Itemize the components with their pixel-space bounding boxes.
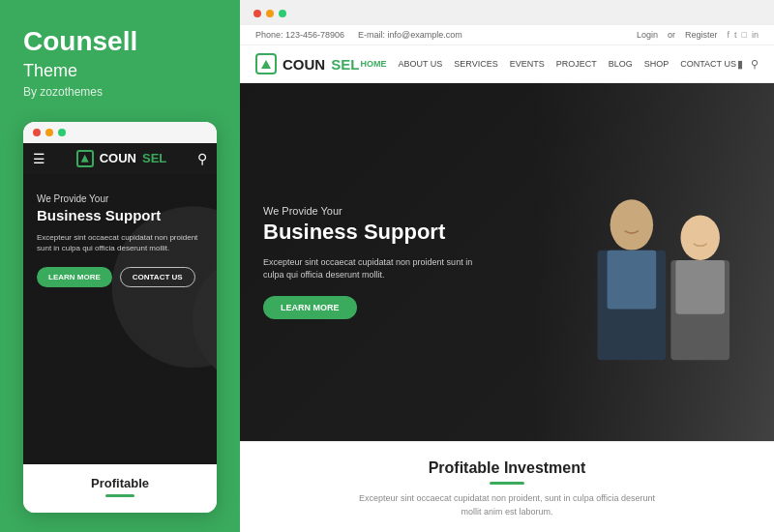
mobile-learn-more-button[interactable]: LEARN MORE: [37, 267, 112, 287]
svg-point-3: [681, 215, 720, 260]
mobile-contact-us-button[interactable]: CONTACT US: [120, 267, 195, 287]
menu-shop[interactable]: SHOP: [644, 59, 670, 69]
dot-green: [279, 10, 286, 17]
site-logo: COUNSEL: [255, 53, 359, 74]
website-preview: Phone: 123-456-78906 E-mail: info@exampl…: [240, 25, 774, 532]
menu-about[interactable]: ABOUT US: [398, 59, 442, 69]
theme-title: Counsell: [23, 27, 217, 57]
menu-project[interactable]: PROJECT: [556, 59, 597, 69]
svg-rect-5: [676, 260, 726, 314]
svg-point-0: [610, 199, 654, 251]
mobile-hero-buttons: LEARN MORE CONTACT US: [37, 267, 203, 287]
site-hero: We Provide Your Business Support Excepte…: [240, 83, 774, 441]
facebook-icon[interactable]: f: [728, 30, 730, 40]
mobile-logo-suffix: SEL: [142, 151, 166, 165]
hero-tagline: We Provide Your: [263, 205, 488, 217]
mobile-profitable-underline: [105, 494, 134, 497]
mobile-dot-yellow: [45, 129, 53, 136]
menu-contact[interactable]: CONTACT US: [680, 59, 736, 69]
menu-services[interactable]: SERVICES: [454, 59, 497, 69]
dot-yellow: [266, 10, 274, 17]
mobile-logo-box: [76, 150, 94, 167]
dot-red: [253, 10, 261, 17]
nav-icons: ▮ ⚲: [737, 58, 759, 71]
logo-box: [255, 53, 277, 74]
window-dots: [253, 10, 286, 17]
twitter-icon[interactable]: t: [734, 30, 737, 40]
mobile-hero-tagline: We Provide Your: [37, 193, 203, 204]
hero-description: Excepteur sint occaecat cupidatat non pr…: [263, 256, 488, 282]
nav-search-icon[interactable]: ⚲: [751, 58, 759, 71]
cart-icon[interactable]: ▮: [737, 58, 743, 71]
hero-title: Business Support: [263, 221, 488, 244]
mobile-logo-prefix: COUN: [100, 151, 136, 165]
left-panel: Counsell Theme By zozothemes ☰ COUNSEL ⚲…: [0, 0, 240, 532]
site-topbar: Phone: 123-456-78906 E-mail: info@exampl…: [240, 25, 774, 45]
hero-content: We Provide Your Business Support Excepte…: [240, 178, 511, 345]
mobile-mockup: ☰ COUNSEL ⚲ We Provide Your Business Sup…: [23, 122, 217, 513]
site-bottom-section: Profitable Investment Excepteur sint occ…: [240, 441, 774, 532]
browser-chrome: [240, 0, 774, 25]
mobile-hero-description: Excepteur sint occaecat cupidatat non pr…: [37, 232, 203, 253]
mobile-nav: ☰ COUNSEL ⚲: [23, 143, 217, 174]
menu-home[interactable]: HOME: [360, 59, 386, 69]
mobile-logo: COUNSEL: [76, 150, 167, 167]
logo-prefix: COUN: [283, 56, 325, 73]
hamburger-icon[interactable]: ☰: [33, 151, 45, 166]
logo-suffix: SEL: [331, 56, 359, 73]
topbar-left: Phone: 123-456-78906 E-mail: info@exampl…: [255, 30, 462, 40]
bottom-underline: [490, 482, 524, 485]
mobile-window-dots: [33, 129, 66, 136]
mobile-search-icon[interactable]: ⚲: [197, 151, 207, 166]
mobile-dot-red: [33, 129, 41, 136]
topbar-or: or: [668, 30, 675, 40]
mobile-profitable-title: Profitable: [37, 476, 203, 490]
logo-triangle-icon: [261, 60, 271, 69]
menu-events[interactable]: EVENTS: [510, 59, 545, 69]
topbar-register[interactable]: Register: [685, 30, 718, 40]
mobile-hero-title: Business Support: [37, 207, 203, 224]
topbar-login[interactable]: Login: [637, 30, 658, 40]
mobile-hero: We Provide Your Business Support Excepte…: [23, 174, 217, 464]
svg-rect-2: [608, 251, 657, 310]
right-panel: Phone: 123-456-78906 E-mail: info@exampl…: [240, 0, 774, 532]
bottom-title: Profitable Investment: [259, 459, 755, 477]
learn-more-button[interactable]: LEARN MORE: [263, 296, 357, 319]
topbar-right: Login or Register f t □ in: [637, 30, 759, 40]
site-menu: HOME ABOUT US SERVICES EVENTS PROJECT BL…: [360, 59, 735, 69]
theme-author: By zozothemes: [23, 85, 217, 99]
mobile-browser-chrome: [23, 122, 217, 143]
topbar-email: E-mail: info@example.com: [358, 30, 462, 40]
bottom-description: Excepteur sint occaecat cupidatat non pr…: [352, 492, 662, 518]
linkedin-icon[interactable]: in: [752, 30, 759, 40]
social-icons: f t □ in: [728, 30, 759, 40]
topbar-phone: Phone: 123-456-78906: [255, 30, 344, 40]
site-nav: COUNSEL HOME ABOUT US SERVICES EVENTS PR…: [240, 45, 774, 83]
theme-subtitle: Theme: [23, 61, 217, 81]
hero-people-image: [480, 83, 774, 441]
instagram-icon[interactable]: □: [742, 30, 747, 40]
mobile-dot-green: [58, 129, 66, 136]
menu-blog[interactable]: BLOG: [609, 59, 633, 69]
mobile-profitable-section: Profitable: [23, 464, 217, 513]
